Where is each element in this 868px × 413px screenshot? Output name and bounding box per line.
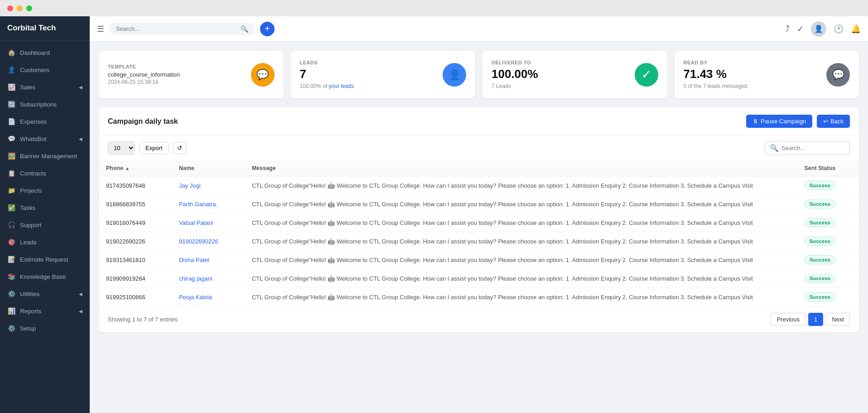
sidebar-item-banner-management[interactable]: 🖼️ Banner Management — [0, 147, 90, 165]
status-badge: Success — [804, 181, 835, 190]
title-bar — [0, 0, 868, 16]
sidebar-item-expenses[interactable]: 📄 Expenses — [0, 113, 90, 130]
campaign-actions: ⏸ Pause Campaign ↩ Back — [746, 115, 850, 128]
knowledge-base-icon: 📚 — [7, 272, 15, 281]
projects-icon: 📁 — [7, 186, 15, 194]
sidebar-item-support[interactable]: 🎧 Support — [0, 216, 90, 233]
table-wrap: Phone ▲ Name Message Sent Status 9174350… — [99, 160, 859, 306]
cell-status: Success — [797, 251, 859, 269]
sidebar-item-subscriptions[interactable]: 🔄 Subscriptions — [0, 96, 90, 113]
delivered-label: DELIVERED TO — [492, 60, 538, 65]
nav-arrow: ◀ — [79, 309, 82, 314]
cell-name[interactable]: Jay Jogi — [172, 176, 245, 195]
leads-value: 7 — [300, 67, 354, 81]
next-button[interactable]: Next — [826, 313, 850, 326]
status-badge: Success — [804, 237, 835, 246]
sidebar-item-leads[interactable]: 🎯 Leads — [0, 233, 90, 251]
page-1-button[interactable]: 1 — [808, 313, 823, 326]
nav-arrow: ◀ — [79, 136, 82, 141]
sidebar-brand: Corbital Tech — [0, 16, 90, 40]
readby-label: READ BY — [684, 60, 749, 65]
avatar[interactable]: 👤 — [811, 21, 826, 37]
cell-name[interactable]: Parth Ganatra. — [172, 195, 245, 214]
search-input[interactable] — [116, 25, 237, 32]
sidebar-item-estimate-request[interactable]: 📝 Estimate Request — [0, 251, 90, 268]
cell-name[interactable]: chirag jagani — [172, 269, 245, 288]
check-icon[interactable]: ✓ — [797, 24, 804, 34]
table-row: 919909919284 chirag jagani CTL Group of … — [99, 269, 859, 288]
table-row: 918866839755 Parth Ganatra. CTL Group of… — [99, 195, 859, 214]
cell-status: Success — [797, 232, 859, 251]
template-title: college_course_information — [108, 71, 180, 78]
leads-card: LEADS 7 100.00% of your leads 👤 — [291, 51, 476, 98]
clock-icon[interactable]: 🕐 — [834, 24, 844, 34]
sidebar-item-setup[interactable]: ⚙️ Setup — [0, 320, 90, 337]
pagination-controls: Previous 1 Next — [771, 313, 850, 326]
cell-phone: 917435097648 — [99, 176, 172, 195]
share-icon[interactable]: ⤴ — [786, 24, 790, 34]
cell-name[interactable]: 919022690226 — [172, 232, 245, 251]
leads-sub-link[interactable]: your leads — [329, 83, 354, 89]
sidebar-item-whatsbot[interactable]: 💬 WhatsBot ◀ — [0, 130, 90, 147]
delivered-card: DELIVERED TO 100.00% 7 Leads ✓ — [482, 51, 667, 98]
status-badge: Success — [804, 199, 835, 209]
col-status: Sent Status — [797, 160, 859, 176]
cell-message: CTL Group of College"Hello! 🤖 Welcome to… — [245, 269, 797, 288]
cell-name[interactable]: Pooja Kalola — [172, 288, 245, 306]
pagination-info: Showing 1 to 7 of 7 entries — [108, 316, 178, 323]
sidebar-item-projects[interactable]: 📁 Projects — [0, 182, 90, 199]
campaign-title: Campaign daily task — [108, 117, 178, 126]
sidebar-item-dashboard[interactable]: 🏠 Dashboard — [0, 44, 90, 61]
table-controls: 10 25 50 100 Export ↺ 🔍 — [99, 136, 859, 160]
per-page-select[interactable]: 10 25 50 100 — [108, 141, 135, 155]
setup-icon: ⚙️ — [7, 324, 15, 332]
sidebar-item-reports[interactable]: 📊 Reports ◀ — [0, 302, 90, 320]
utilities-icon: ⚙️ — [7, 290, 15, 298]
table-row: 917435097648 Jay Jogi CTL Group of Colle… — [99, 176, 859, 195]
sidebar-item-utilities[interactable]: ⚙️ Utilities ◀ — [0, 285, 90, 302]
export-button[interactable]: Export — [140, 142, 169, 154]
bell-icon[interactable]: 🔔 — [851, 24, 861, 34]
add-button[interactable]: + — [260, 22, 275, 36]
menu-icon[interactable]: ☰ — [97, 24, 104, 34]
sidebar-item-label: Projects — [20, 187, 42, 194]
search-icon: 🔍 — [241, 25, 248, 33]
cell-phone: 919909919284 — [99, 269, 172, 288]
leads-label: LEADS — [300, 60, 354, 65]
sidebar-item-label: Estimate Request — [20, 256, 68, 263]
sidebar-item-tasks[interactable]: ✅ Tasks — [0, 199, 90, 216]
expenses-icon: 📄 — [7, 117, 15, 126]
cell-name[interactable]: Vatsal Patani — [172, 214, 245, 232]
minimize-button[interactable] — [17, 5, 23, 11]
status-badge: Success — [804, 274, 835, 283]
sidebar-item-label: Support — [20, 222, 41, 228]
search-box: 🔍 — [110, 23, 255, 35]
pause-campaign-button[interactable]: ⏸ Pause Campaign — [746, 115, 812, 128]
tasks-icon: ✅ — [7, 204, 15, 212]
cell-message: CTL Group of College"Hello! 🤖 Welcome to… — [245, 232, 797, 251]
table-search-box: 🔍 — [765, 141, 850, 155]
leads-icon: 🎯 — [7, 238, 15, 246]
close-button[interactable] — [7, 5, 13, 11]
readby-value: 71.43 % — [684, 67, 749, 81]
maximize-button[interactable] — [26, 5, 32, 11]
cell-status: Success — [797, 214, 859, 232]
table-body: 917435097648 Jay Jogi CTL Group of Colle… — [99, 176, 859, 306]
sidebar-item-sales[interactable]: 📈 Sales ◀ — [0, 78, 90, 96]
sidebar-item-knowledge-base[interactable]: 📚 Knowledge Base — [0, 268, 90, 285]
cell-phone: 919925100866 — [99, 288, 172, 306]
readby-sub: 5 of the 7 leads messaged. — [684, 83, 749, 89]
campaign-header: Campaign daily task ⏸ Pause Campaign ↩ B… — [99, 107, 859, 136]
refresh-button[interactable]: ↺ — [173, 142, 186, 154]
cell-name[interactable]: Disha Patel — [172, 251, 245, 269]
campaign-section: Campaign daily task ⏸ Pause Campaign ↩ B… — [99, 107, 859, 332]
cell-message: CTL Group of College"Hello! 🤖 Welcome to… — [245, 176, 797, 195]
sidebar-item-contracts[interactable]: 📋 Contracts — [0, 165, 90, 182]
estimate-request-icon: 📝 — [7, 255, 15, 263]
sidebar-item-customers[interactable]: 👤 Customers — [0, 61, 90, 78]
col-phone[interactable]: Phone ▲ — [99, 160, 172, 176]
back-button[interactable]: ↩ Back — [817, 115, 850, 128]
sidebar-item-label: Subscriptions — [20, 101, 57, 108]
previous-button[interactable]: Previous — [771, 313, 805, 326]
table-search-input[interactable] — [781, 145, 845, 151]
